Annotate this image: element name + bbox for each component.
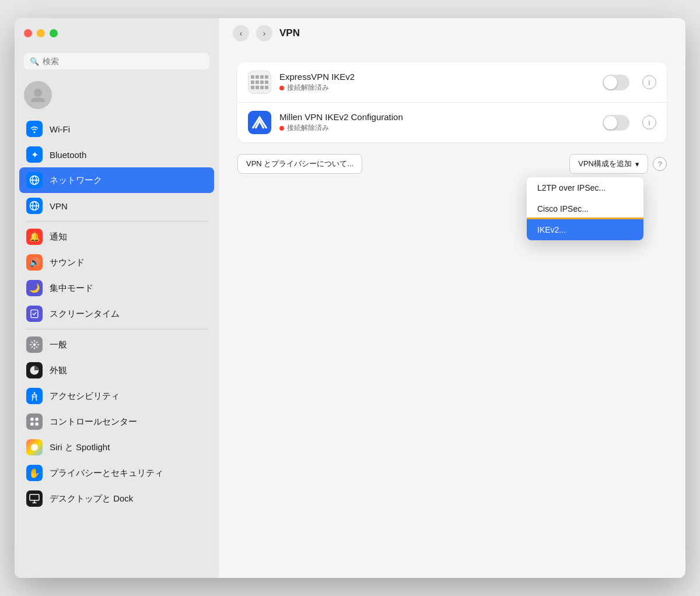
sidebar-item-label-focus: 集中モード xyxy=(50,283,93,294)
sidebar-item-general[interactable]: 一般 xyxy=(19,332,214,357)
vpn-item-expressvpn: ExpressVPN IKEv2 接続解除済み i xyxy=(237,62,667,103)
expressvpn-status: 接続解除済み xyxy=(279,83,594,93)
sidebar-item-label-accessibility: アクセシビリティ xyxy=(50,391,120,402)
appearance-icon xyxy=(26,362,43,378)
sidebar-item-label-general: 一般 xyxy=(50,339,67,350)
notification-icon: 🔔 xyxy=(26,229,43,245)
dropdown-item-ikev2[interactable]: IKEv2... xyxy=(527,219,643,240)
add-vpn-wrapper: VPN構成を追加 ▾ xyxy=(569,154,648,174)
svg-point-10 xyxy=(34,392,36,394)
sidebar-item-notification[interactable]: 🔔 通知 xyxy=(19,224,214,250)
sidebar-item-wifi[interactable]: Wi-Fi xyxy=(19,116,214,142)
back-button[interactable]: ‹ xyxy=(233,25,249,41)
expressvpn-toggle[interactable] xyxy=(603,75,629,90)
svg-rect-7 xyxy=(31,310,38,317)
vpn-item-millenvpn: Millen VPN IKEv2 Configuration 接続解除済み i xyxy=(237,103,667,142)
main-content: ‹ › VPN ExpressVPN IKEv2 xyxy=(219,18,685,578)
millenvpn-logo xyxy=(248,111,271,134)
help-button[interactable]: ? xyxy=(653,157,667,171)
expressvpn-name: ExpressVPN IKEv2 xyxy=(279,72,594,82)
millenvpn-status-text: 接続解除済み xyxy=(287,123,329,133)
dropdown-item-l2tp[interactable]: L2TP over IPSec... xyxy=(527,177,643,198)
accessibility-icon xyxy=(26,388,43,404)
desktop-icon xyxy=(26,490,43,507)
user-section xyxy=(15,76,219,116)
content-area: ExpressVPN IKEv2 接続解除済み i xyxy=(219,48,685,578)
sidebar-item-label-appearance: 外観 xyxy=(50,365,67,376)
svg-rect-12 xyxy=(36,418,38,420)
dropdown-item-cisco[interactable]: Cisco IPSec... xyxy=(527,198,643,219)
sidebar-item-vpn[interactable]: VPN xyxy=(19,193,214,219)
add-vpn-button[interactable]: VPN構成を追加 ▾ xyxy=(569,154,648,174)
sidebar-item-network[interactable]: ネットワーク xyxy=(19,167,214,193)
sidebar-item-controlcenter[interactable]: コントロールセンター xyxy=(19,409,214,434)
screentime-icon xyxy=(26,306,43,322)
sidebar-item-label-network: ネットワーク xyxy=(50,175,102,186)
add-vpn-label: VPN構成を追加 xyxy=(578,159,632,169)
sidebar-item-label-privacy: プライバシーとセキュリティ xyxy=(50,468,163,479)
millenvpn-info-button[interactable]: i xyxy=(642,115,656,129)
svg-rect-16 xyxy=(30,495,39,500)
page-title: VPN xyxy=(279,27,300,39)
expressvpn-info-button[interactable]: i xyxy=(642,75,656,89)
avatar xyxy=(24,81,52,109)
sidebar-item-label-notification: 通知 xyxy=(50,232,67,243)
sidebar-item-appearance[interactable]: 外観 xyxy=(19,357,214,383)
minimize-button[interactable] xyxy=(37,29,45,37)
privacy-icon: ✋ xyxy=(26,465,43,481)
svg-point-8 xyxy=(33,343,36,346)
sidebar-item-bluetooth[interactable]: ✦ Bluetooth xyxy=(19,142,214,167)
sidebar: 🔍 Wi-Fi xyxy=(15,18,219,578)
main-titlebar: ‹ › VPN xyxy=(219,18,685,48)
sound-icon: 🔊 xyxy=(26,254,43,271)
focus-icon: 🌙 xyxy=(26,280,43,296)
network-icon xyxy=(26,172,43,188)
svg-point-0 xyxy=(34,89,42,97)
sidebar-item-label-siri: Siri と Spotlight xyxy=(50,442,110,453)
sidebar-item-focus[interactable]: 🌙 集中モード xyxy=(19,275,214,301)
search-icon: 🔍 xyxy=(30,57,39,66)
svg-rect-14 xyxy=(36,423,38,426)
siri-icon xyxy=(26,439,43,455)
search-bar[interactable]: 🔍 xyxy=(24,53,209,69)
traffic-lights xyxy=(24,29,58,37)
sidebar-item-siri[interactable]: Siri と Spotlight xyxy=(19,434,214,460)
expressvpn-info: ExpressVPN IKEv2 接続解除済み xyxy=(279,72,594,93)
sidebar-item-label-controlcenter: コントロールセンター xyxy=(50,416,137,427)
chevron-down-icon: ▾ xyxy=(635,160,639,169)
bluetooth-icon: ✦ xyxy=(26,146,43,163)
sidebar-item-label-wifi: Wi-Fi xyxy=(50,124,70,134)
millenvpn-status-dot xyxy=(279,126,284,131)
maximize-button[interactable] xyxy=(50,29,58,37)
vpn-icon xyxy=(26,198,43,214)
millenvpn-toggle-knob xyxy=(604,116,617,129)
sidebar-item-accessibility[interactable]: アクセシビリティ xyxy=(19,383,214,409)
sidebar-titlebar xyxy=(15,18,219,48)
sidebar-divider-1 xyxy=(26,221,207,222)
sidebar-item-label-sound: サウンド xyxy=(50,257,85,268)
vpn-card: ExpressVPN IKEv2 接続解除済み i xyxy=(237,62,667,142)
svg-rect-11 xyxy=(30,418,33,420)
sidebar-item-desktop[interactable]: デスクトップと Dock xyxy=(19,486,214,511)
expressvpn-logo xyxy=(248,71,271,94)
privacy-link-button[interactable]: VPN とプライバシーについて... xyxy=(237,154,362,174)
forward-button[interactable]: › xyxy=(256,25,272,41)
sidebar-item-label-bluetooth: Bluetooth xyxy=(50,150,86,160)
expressvpn-status-text: 接続解除済み xyxy=(287,83,329,93)
sidebar-list: Wi-Fi ✦ Bluetooth ネットワーク xyxy=(15,116,219,578)
sidebar-item-privacy[interactable]: ✋ プライバシーとセキュリティ xyxy=(19,460,214,486)
millenvpn-status: 接続解除済み xyxy=(279,123,594,133)
svg-point-15 xyxy=(31,444,38,451)
sidebar-item-sound[interactable]: 🔊 サウンド xyxy=(19,250,214,275)
wifi-icon xyxy=(26,121,43,137)
millenvpn-toggle[interactable] xyxy=(603,115,629,131)
controlcenter-icon xyxy=(26,413,43,430)
sidebar-item-label-vpn: VPN xyxy=(50,201,68,211)
search-input[interactable] xyxy=(43,57,204,66)
general-icon xyxy=(26,336,43,353)
sidebar-divider-2 xyxy=(26,329,207,329)
expressvpn-toggle-knob xyxy=(604,76,617,89)
expressvpn-status-dot xyxy=(279,86,284,90)
sidebar-item-screentime[interactable]: スクリーンタイム xyxy=(19,301,214,327)
close-button[interactable] xyxy=(24,29,32,37)
